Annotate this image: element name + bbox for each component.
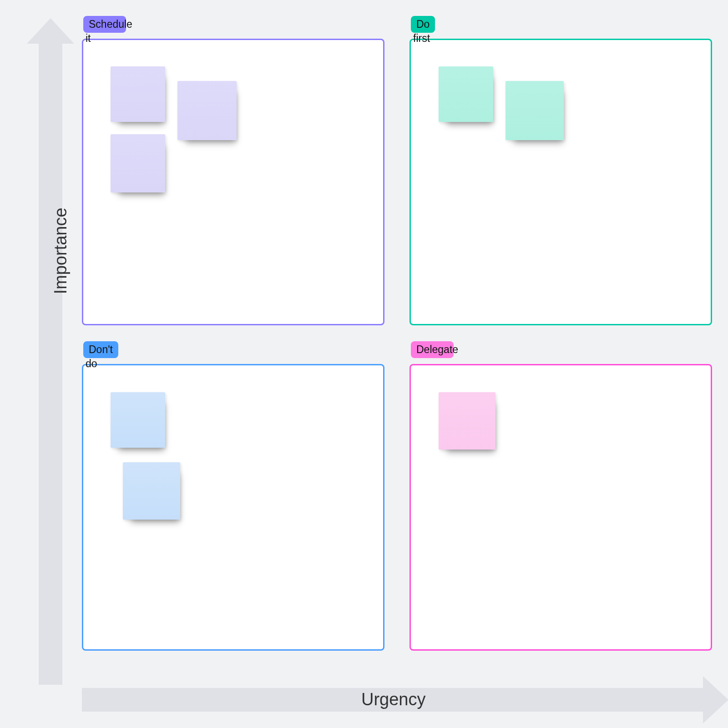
quadrant-tab-dont-do[interactable]: Don't [83, 341, 118, 358]
sticky-note[interactable] [111, 134, 165, 192]
importance-axis-label: Importance [51, 207, 71, 294]
sticky-note[interactable] [123, 462, 180, 520]
quadrant-tab-delegate[interactable]: Delegate [411, 341, 454, 358]
sticky-note[interactable] [439, 66, 493, 122]
urgency-axis-label: Urgency [361, 690, 426, 709]
quadrant-tab-label: Don't [89, 344, 113, 355]
sticky-note[interactable] [506, 81, 564, 140]
quadrant-tab-label: Delegate [416, 344, 458, 355]
sticky-note[interactable] [111, 392, 165, 448]
quadrant-tab-do-first-line2: first [413, 33, 430, 44]
quadrant-tab-label: Schedule [89, 18, 132, 30]
quadrant-tab-dont-do-line2: do [86, 358, 97, 369]
sticky-note[interactable] [177, 81, 237, 140]
quadrant-tab-do-first[interactable]: Do [411, 16, 435, 33]
quadrant-tab-schedule-line2: it [86, 33, 91, 44]
importance-axis [39, 34, 62, 685]
sticky-note[interactable] [111, 66, 165, 122]
quadrant-tab-schedule[interactable]: Schedule [83, 16, 126, 33]
urgency-axis-arrowhead [703, 676, 728, 723]
quadrant-tab-label: Do [416, 18, 430, 30]
sticky-note[interactable] [439, 392, 495, 450]
